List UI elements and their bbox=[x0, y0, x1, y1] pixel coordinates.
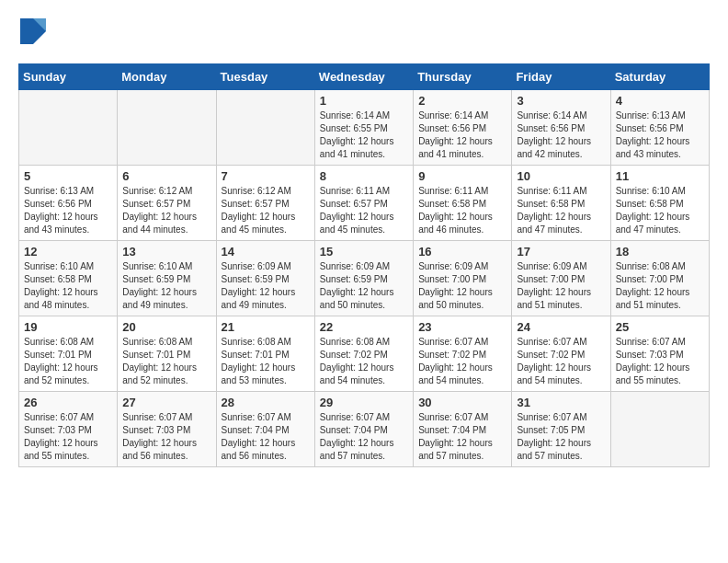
day-number: 21 bbox=[222, 320, 310, 334]
calendar-cell: 23Sunrise: 6:07 AM Sunset: 7:02 PM Dayli… bbox=[414, 316, 512, 392]
day-number: 13 bbox=[122, 245, 210, 259]
day-info: Sunrise: 6:09 AM Sunset: 6:59 PM Dayligh… bbox=[320, 260, 408, 312]
calendar-cell: 14Sunrise: 6:09 AM Sunset: 6:59 PM Dayli… bbox=[216, 241, 314, 316]
weekday-header-monday: Monday bbox=[118, 64, 216, 90]
weekday-header-row: SundayMondayTuesdayWednesdayThursdayFrid… bbox=[19, 64, 710, 90]
day-number: 8 bbox=[320, 169, 408, 183]
calendar-cell bbox=[216, 90, 314, 166]
day-number: 25 bbox=[616, 320, 704, 334]
calendar-cell: 12Sunrise: 6:10 AM Sunset: 6:58 PM Dayli… bbox=[19, 241, 118, 316]
calendar-cell: 11Sunrise: 6:10 AM Sunset: 6:58 PM Dayli… bbox=[610, 166, 709, 241]
day-number: 26 bbox=[24, 396, 112, 409]
day-info: Sunrise: 6:07 AM Sunset: 7:04 PM Dayligh… bbox=[418, 411, 506, 463]
calendar-cell: 3Sunrise: 6:14 AM Sunset: 6:56 PM Daylig… bbox=[512, 90, 610, 166]
calendar-cell: 27Sunrise: 6:07 AM Sunset: 7:03 PM Dayli… bbox=[118, 392, 216, 467]
day-info: Sunrise: 6:07 AM Sunset: 7:03 PM Dayligh… bbox=[616, 336, 704, 387]
logo-icon bbox=[20, 18, 46, 44]
day-number: 9 bbox=[418, 169, 506, 183]
day-info: Sunrise: 6:14 AM Sunset: 6:56 PM Dayligh… bbox=[517, 109, 605, 161]
day-info: Sunrise: 6:08 AM Sunset: 7:00 PM Dayligh… bbox=[616, 260, 704, 312]
page-header bbox=[18, 18, 710, 49]
day-number: 3 bbox=[517, 94, 605, 108]
calendar-table: SundayMondayTuesdayWednesdayThursdayFrid… bbox=[18, 63, 710, 467]
logo-text bbox=[18, 18, 46, 49]
day-number: 17 bbox=[517, 245, 605, 259]
day-number: 24 bbox=[517, 320, 605, 334]
day-number: 28 bbox=[222, 396, 310, 409]
day-info: Sunrise: 6:07 AM Sunset: 7:02 PM Dayligh… bbox=[517, 336, 605, 387]
day-info: Sunrise: 6:13 AM Sunset: 6:56 PM Dayligh… bbox=[616, 109, 704, 161]
day-info: Sunrise: 6:07 AM Sunset: 7:04 PM Dayligh… bbox=[320, 411, 408, 463]
day-number: 22 bbox=[320, 320, 408, 334]
day-number: 7 bbox=[222, 169, 310, 183]
day-number: 2 bbox=[418, 94, 506, 108]
weekday-header-friday: Friday bbox=[512, 64, 610, 90]
calendar-cell: 9Sunrise: 6:11 AM Sunset: 6:58 PM Daylig… bbox=[414, 166, 512, 241]
day-number: 1 bbox=[320, 94, 408, 108]
calendar-cell: 30Sunrise: 6:07 AM Sunset: 7:04 PM Dayli… bbox=[414, 392, 512, 467]
day-info: Sunrise: 6:10 AM Sunset: 6:58 PM Dayligh… bbox=[616, 185, 704, 236]
calendar-cell: 24Sunrise: 6:07 AM Sunset: 7:02 PM Dayli… bbox=[512, 316, 610, 392]
day-number: 27 bbox=[122, 396, 210, 409]
day-number: 5 bbox=[24, 169, 112, 183]
calendar-cell: 8Sunrise: 6:11 AM Sunset: 6:57 PM Daylig… bbox=[314, 166, 413, 241]
day-info: Sunrise: 6:12 AM Sunset: 6:57 PM Dayligh… bbox=[122, 185, 210, 236]
calendar-cell: 25Sunrise: 6:07 AM Sunset: 7:03 PM Dayli… bbox=[610, 316, 709, 392]
calendar-cell: 1Sunrise: 6:14 AM Sunset: 6:55 PM Daylig… bbox=[314, 90, 413, 166]
calendar-cell bbox=[610, 392, 709, 467]
day-number: 31 bbox=[517, 396, 605, 409]
calendar-cell: 26Sunrise: 6:07 AM Sunset: 7:03 PM Dayli… bbox=[19, 392, 118, 467]
calendar-cell: 4Sunrise: 6:13 AM Sunset: 6:56 PM Daylig… bbox=[610, 90, 709, 166]
day-info: Sunrise: 6:11 AM Sunset: 6:57 PM Dayligh… bbox=[320, 185, 408, 236]
day-info: Sunrise: 6:08 AM Sunset: 7:01 PM Dayligh… bbox=[222, 336, 310, 387]
day-number: 19 bbox=[24, 320, 112, 334]
calendar-cell: 17Sunrise: 6:09 AM Sunset: 7:00 PM Dayli… bbox=[512, 241, 610, 316]
calendar-week-row: 1Sunrise: 6:14 AM Sunset: 6:55 PM Daylig… bbox=[19, 90, 710, 166]
day-info: Sunrise: 6:09 AM Sunset: 7:00 PM Dayligh… bbox=[418, 260, 506, 312]
day-info: Sunrise: 6:07 AM Sunset: 7:02 PM Dayligh… bbox=[418, 336, 506, 387]
day-number: 11 bbox=[616, 169, 704, 183]
weekday-header-wednesday: Wednesday bbox=[314, 64, 413, 90]
day-number: 15 bbox=[320, 245, 408, 259]
day-number: 6 bbox=[122, 169, 210, 183]
calendar-cell: 29Sunrise: 6:07 AM Sunset: 7:04 PM Dayli… bbox=[314, 392, 413, 467]
calendar-cell: 16Sunrise: 6:09 AM Sunset: 7:00 PM Dayli… bbox=[414, 241, 512, 316]
weekday-header-sunday: Sunday bbox=[19, 64, 118, 90]
calendar-cell: 13Sunrise: 6:10 AM Sunset: 6:59 PM Dayli… bbox=[118, 241, 216, 316]
day-info: Sunrise: 6:14 AM Sunset: 6:55 PM Dayligh… bbox=[320, 109, 408, 161]
day-number: 18 bbox=[616, 245, 704, 259]
calendar-cell: 10Sunrise: 6:11 AM Sunset: 6:58 PM Dayli… bbox=[512, 166, 610, 241]
day-number: 29 bbox=[320, 396, 408, 409]
calendar-cell: 21Sunrise: 6:08 AM Sunset: 7:01 PM Dayli… bbox=[216, 316, 314, 392]
day-info: Sunrise: 6:08 AM Sunset: 7:02 PM Dayligh… bbox=[320, 336, 408, 387]
calendar-cell: 2Sunrise: 6:14 AM Sunset: 6:56 PM Daylig… bbox=[414, 90, 512, 166]
calendar-week-row: 19Sunrise: 6:08 AM Sunset: 7:01 PM Dayli… bbox=[19, 316, 710, 392]
day-number: 23 bbox=[418, 320, 506, 334]
weekday-header-tuesday: Tuesday bbox=[216, 64, 314, 90]
calendar-cell: 18Sunrise: 6:08 AM Sunset: 7:00 PM Dayli… bbox=[610, 241, 709, 316]
weekday-header-saturday: Saturday bbox=[610, 64, 709, 90]
calendar-week-row: 26Sunrise: 6:07 AM Sunset: 7:03 PM Dayli… bbox=[19, 392, 710, 467]
calendar-cell: 22Sunrise: 6:08 AM Sunset: 7:02 PM Dayli… bbox=[314, 316, 413, 392]
day-number: 4 bbox=[616, 94, 704, 108]
day-info: Sunrise: 6:07 AM Sunset: 7:03 PM Dayligh… bbox=[122, 411, 210, 463]
weekday-header-thursday: Thursday bbox=[414, 64, 512, 90]
calendar-cell: 31Sunrise: 6:07 AM Sunset: 7:05 PM Dayli… bbox=[512, 392, 610, 467]
day-info: Sunrise: 6:10 AM Sunset: 6:59 PM Dayligh… bbox=[122, 260, 210, 312]
calendar-cell: 28Sunrise: 6:07 AM Sunset: 7:04 PM Dayli… bbox=[216, 392, 314, 467]
calendar-cell: 20Sunrise: 6:08 AM Sunset: 7:01 PM Dayli… bbox=[118, 316, 216, 392]
day-number: 16 bbox=[418, 245, 506, 259]
day-info: Sunrise: 6:13 AM Sunset: 6:56 PM Dayligh… bbox=[24, 185, 112, 236]
calendar-cell bbox=[118, 90, 216, 166]
day-info: Sunrise: 6:07 AM Sunset: 7:05 PM Dayligh… bbox=[517, 411, 605, 463]
day-number: 20 bbox=[122, 320, 210, 334]
day-number: 14 bbox=[222, 245, 310, 259]
calendar-cell: 7Sunrise: 6:12 AM Sunset: 6:57 PM Daylig… bbox=[216, 166, 314, 241]
day-info: Sunrise: 6:08 AM Sunset: 7:01 PM Dayligh… bbox=[122, 336, 210, 387]
day-info: Sunrise: 6:09 AM Sunset: 6:59 PM Dayligh… bbox=[222, 260, 310, 312]
calendar-cell bbox=[19, 90, 118, 166]
day-info: Sunrise: 6:10 AM Sunset: 6:58 PM Dayligh… bbox=[24, 260, 112, 312]
calendar-cell: 5Sunrise: 6:13 AM Sunset: 6:56 PM Daylig… bbox=[19, 166, 118, 241]
day-info: Sunrise: 6:12 AM Sunset: 6:57 PM Dayligh… bbox=[222, 185, 310, 236]
calendar-week-row: 5Sunrise: 6:13 AM Sunset: 6:56 PM Daylig… bbox=[19, 166, 710, 241]
